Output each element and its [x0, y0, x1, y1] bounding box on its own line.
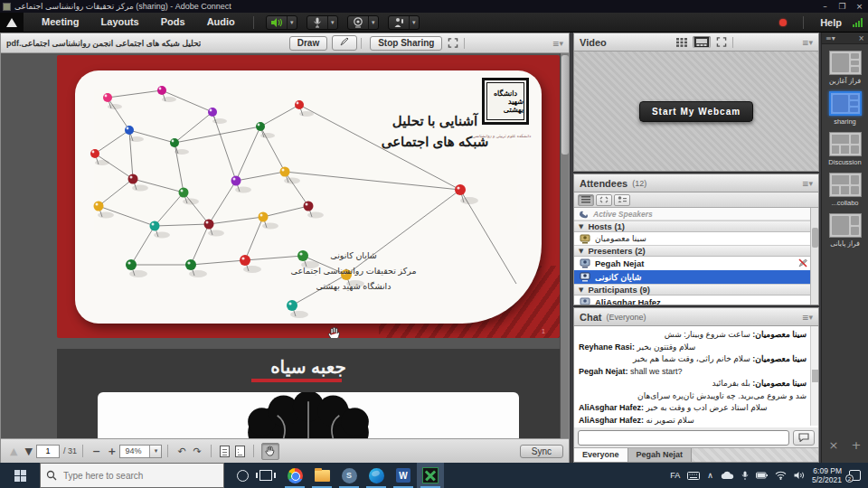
- stop-sharing-button[interactable]: Stop Sharing: [370, 36, 442, 51]
- cortana-icon[interactable]: [237, 470, 249, 482]
- taskbar-clock[interactable]: 6:09 PM 5/2/2021: [812, 466, 842, 484]
- close-button[interactable]: ×: [851, 1, 868, 13]
- search-input[interactable]: [63, 471, 208, 481]
- speaker-button[interactable]: ▾: [266, 15, 297, 30]
- attendee-row-presenter1[interactable]: Pegah Nejat: [574, 257, 818, 270]
- chat-tab-pegah-nejat[interactable]: Pegah Nejat: [628, 448, 693, 463]
- minimize-button[interactable]: –: [816, 1, 834, 13]
- chat-tab-everyone[interactable]: Everyone: [574, 448, 628, 463]
- start-webcam-button[interactable]: Start My Webcam: [639, 101, 753, 122]
- taskbar-app-explorer[interactable]: [308, 463, 335, 488]
- add-layout-icon[interactable]: +: [852, 438, 862, 452]
- volume-icon[interactable]: [794, 471, 805, 480]
- status-view-button[interactable]: [614, 194, 630, 206]
- sync-button[interactable]: Sync: [520, 445, 563, 458]
- layout-thumbnail-selected[interactable]: [829, 91, 862, 116]
- pointer-tool-button[interactable]: [332, 35, 357, 51]
- taskbar-app-chrome[interactable]: [281, 463, 308, 488]
- chat-input[interactable]: [578, 430, 789, 446]
- collapse-icon[interactable]: ▼: [579, 286, 583, 294]
- layout-thumbnail[interactable]: [829, 213, 862, 238]
- keyboard-icon[interactable]: [687, 472, 700, 480]
- layout-thumbnail[interactable]: [829, 51, 862, 75]
- microphone-button[interactable]: ▾: [307, 15, 338, 30]
- wifi-icon[interactable]: [775, 471, 787, 480]
- layout-item-opening[interactable]: فراز آغازین: [822, 51, 868, 85]
- hosts-group-header[interactable]: ▼ Hosts (1): [574, 221, 818, 232]
- menu-layouts[interactable]: Layouts: [90, 13, 150, 32]
- collapse-icon[interactable]: ▼: [579, 248, 583, 255]
- chat-scrollbar[interactable]: [810, 326, 818, 426]
- fit-width-button[interactable]: [235, 446, 245, 457]
- menu-audio[interactable]: Audio: [196, 13, 246, 32]
- connection-signal-icon[interactable]: [853, 18, 863, 27]
- draw-button[interactable]: Draw: [289, 36, 327, 51]
- rotate-right-button[interactable]: ↷: [193, 446, 202, 457]
- document-scrollbar[interactable]: [560, 53, 569, 438]
- taskbar-app-skype[interactable]: S: [335, 463, 363, 488]
- next-page-button[interactable]: ▼: [24, 446, 32, 457]
- fullscreen-icon[interactable]: [446, 37, 460, 49]
- breakout-view-button[interactable]: [596, 194, 612, 206]
- pod-menu-icon[interactable]: ≡▾: [802, 38, 813, 47]
- pod-menu-icon[interactable]: ≡▾: [552, 39, 563, 48]
- action-center-icon[interactable]: 2: [849, 470, 861, 481]
- task-view-icon[interactable]: [259, 470, 272, 481]
- zoom-level-select[interactable]: 94% ▾: [119, 445, 162, 458]
- previous-page-button[interactable]: ▲: [10, 446, 17, 457]
- fullscreen-icon[interactable]: [714, 36, 729, 48]
- layout-item-closing[interactable]: فراز پایانی: [822, 213, 868, 248]
- menu-help[interactable]: Help: [820, 17, 842, 28]
- taskbar-app-adobe-connect-active[interactable]: [417, 463, 444, 488]
- language-indicator[interactable]: FA: [670, 471, 680, 480]
- delete-layout-icon[interactable]: ×: [829, 438, 839, 452]
- attendee-row-host[interactable]: سینا معصومیان: [574, 232, 818, 245]
- start-button[interactable]: [0, 463, 40, 488]
- microphone-dropdown[interactable]: ▾: [327, 16, 337, 29]
- speaker-dropdown[interactable]: ▾: [287, 16, 297, 29]
- scrollbar-thumb[interactable]: [812, 370, 818, 382]
- scrollbar-thumb[interactable]: [812, 228, 818, 248]
- layout-item-discussion[interactable]: Discussion: [822, 132, 868, 166]
- zoom-in-button[interactable]: +: [108, 446, 116, 457]
- microphone-tray-icon[interactable]: [741, 471, 749, 481]
- attendee-row-participant1[interactable]: AliAsghar Hafez: [574, 296, 818, 305]
- chat-messages[interactable]: سینا معصومیان: ساعت شروع وبینار: شش Reyh…: [574, 326, 811, 426]
- webcam-dropdown[interactable]: ▾: [368, 16, 378, 29]
- layout-item-collaboration[interactable]: collabo...: [822, 173, 868, 207]
- webcam-button[interactable]: ▾: [347, 15, 379, 30]
- sidebar-menu-icon[interactable]: ≡▾: [826, 34, 835, 42]
- filmstrip-view-icon[interactable]: [693, 36, 711, 48]
- sidebar-close-icon[interactable]: ×: [858, 34, 864, 42]
- layout-thumbnail[interactable]: [829, 132, 862, 156]
- grid-view-icon[interactable]: [675, 36, 689, 48]
- layout-thumbnail[interactable]: [829, 173, 862, 197]
- collapse-icon[interactable]: ▼: [579, 223, 583, 230]
- taskbar-search[interactable]: [40, 463, 224, 488]
- menu-pods[interactable]: Pods: [150, 13, 196, 32]
- fit-page-button[interactable]: [220, 446, 230, 457]
- maximize-button[interactable]: ❐: [834, 1, 851, 13]
- scrollbar-thumb[interactable]: [561, 55, 569, 155]
- zoom-dropdown-caret[interactable]: ▾: [149, 446, 161, 457]
- layout-item-sharing[interactable]: sharing: [822, 91, 868, 126]
- presenters-group-header[interactable]: ▼ Presenters (2): [574, 245, 818, 257]
- rotate-left-button[interactable]: ↶: [177, 446, 185, 457]
- document-viewport[interactable]: آشنایی با تحلیل شبکه های اجتماعی دانشگاه…: [1, 53, 569, 438]
- status-dropdown[interactable]: ▾: [409, 16, 419, 29]
- page-number-input[interactable]: [36, 445, 60, 458]
- battery-icon[interactable]: [756, 472, 768, 479]
- attendees-scrollbar[interactable]: [810, 208, 818, 305]
- taskbar-app-edge[interactable]: [363, 463, 390, 488]
- pod-menu-icon[interactable]: ≡▾: [802, 313, 813, 322]
- pod-menu-icon[interactable]: ≡▾: [802, 179, 813, 188]
- hidden-icons-chevron[interactable]: ∧: [707, 471, 713, 480]
- status-button[interactable]: ▾: [388, 15, 420, 30]
- list-view-button[interactable]: [578, 194, 594, 206]
- send-message-button[interactable]: [793, 430, 815, 446]
- zoom-out-button[interactable]: −: [92, 446, 100, 457]
- participants-group-header[interactable]: ▼ Participants (9): [574, 284, 818, 296]
- attendee-row-presenter2-selected[interactable]: شایان کانونی: [574, 270, 818, 284]
- onedrive-icon[interactable]: [721, 471, 734, 480]
- hand-tool-button[interactable]: [261, 443, 279, 460]
